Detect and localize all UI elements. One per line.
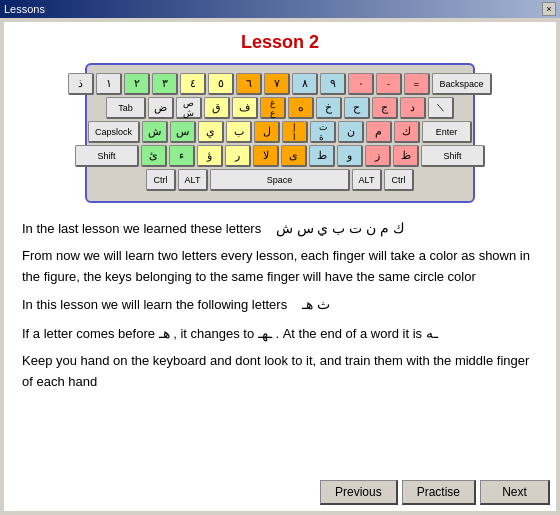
- key-equals[interactable]: =: [404, 73, 430, 95]
- key-3[interactable]: ٣: [152, 73, 178, 95]
- key-space[interactable]: Space: [210, 169, 350, 191]
- key-backspace[interactable]: Backspace: [432, 73, 492, 95]
- key-kaf[interactable]: ك: [394, 121, 420, 143]
- key-shift-left[interactable]: Shift: [75, 145, 139, 167]
- key-alef-maqsura[interactable]: ى: [281, 145, 307, 167]
- key-minus[interactable]: -: [376, 73, 402, 95]
- key-lam-alef[interactable]: لا: [253, 145, 279, 167]
- keyboard-container: ذ ١ ٢ ٣ ٤ ٥ ٦ ٧ ٨ ٩ ٠ - = Backspace Tab …: [85, 63, 475, 203]
- key-0[interactable]: ٠: [348, 73, 374, 95]
- key-jeem[interactable]: ج: [372, 97, 398, 119]
- text-line-4: If a letter comes before هـ , it changes…: [22, 322, 538, 345]
- keyboard-row-5: Ctrl ALT Space ALT Ctrl: [95, 169, 465, 191]
- key-dad[interactable]: ض: [148, 97, 174, 119]
- line2-text: From now we will learn two letters every…: [22, 248, 530, 284]
- key-2[interactable]: ٢: [124, 73, 150, 95]
- key-8[interactable]: ٨: [292, 73, 318, 95]
- text-line-5: Keep you hand on the keyboard and dont l…: [22, 351, 538, 393]
- key-ya-hamza[interactable]: ئ: [141, 145, 167, 167]
- key-ta-tmarb[interactable]: تة: [310, 121, 336, 143]
- key-ha[interactable]: ه: [288, 97, 314, 119]
- key-meem[interactable]: م: [366, 121, 392, 143]
- key-capslock[interactable]: Capslock: [88, 121, 140, 143]
- key-backslash[interactable]: ＼: [428, 97, 454, 119]
- key-dal[interactable]: د: [400, 97, 426, 119]
- key-shift-right[interactable]: Shift: [421, 145, 485, 167]
- lesson-text: In the last lesson we learned these lett…: [14, 217, 546, 393]
- key-tab[interactable]: Tab: [106, 97, 146, 119]
- key-waw-hamza[interactable]: ؤ: [197, 145, 223, 167]
- key-dhal[interactable]: ذ: [68, 73, 94, 95]
- key-5[interactable]: ٥: [208, 73, 234, 95]
- lesson-title: Lesson 2: [14, 32, 546, 53]
- line4-mid: , it changes to: [173, 326, 254, 341]
- key-ghain-ain[interactable]: غع: [260, 97, 286, 119]
- line1-arabic: ك م ن ت ب ي س ش: [276, 220, 405, 236]
- key-9[interactable]: ٩: [320, 73, 346, 95]
- key-waw[interactable]: و: [337, 145, 363, 167]
- line5-text: Keep you hand on the keyboard and dont l…: [22, 353, 529, 389]
- line4-arabic2: ـهـ: [258, 325, 272, 341]
- key-lam[interactable]: ل: [254, 121, 280, 143]
- key-ya[interactable]: ي: [198, 121, 224, 143]
- close-button[interactable]: ×: [542, 2, 556, 16]
- key-alt-left[interactable]: ALT: [178, 169, 208, 191]
- text-line-2: From now we will learn two letters every…: [22, 246, 538, 288]
- key-1[interactable]: ١: [96, 73, 122, 95]
- key-tta[interactable]: ط: [309, 145, 335, 167]
- key-dha[interactable]: ظ: [393, 145, 419, 167]
- line3-arabic: ث هـ: [302, 296, 330, 312]
- text-line-1: In the last lesson we learned these lett…: [22, 217, 538, 240]
- key-hamza[interactable]: ء: [169, 145, 195, 167]
- key-alt-right[interactable]: ALT: [352, 169, 382, 191]
- key-zay[interactable]: ز: [365, 145, 391, 167]
- keyboard-row-2: Tab ض صش ق ف غع ه خ ح ج د ＼: [95, 97, 465, 119]
- title-bar: Lessons ×: [0, 0, 560, 18]
- line1-prefix: In the last lesson we learned these lett…: [22, 221, 261, 236]
- key-shin[interactable]: ش: [142, 121, 168, 143]
- key-enter[interactable]: Enter: [422, 121, 472, 143]
- key-qaf[interactable]: ق: [204, 97, 230, 119]
- text-line-3: In this lesson we will learn the followi…: [22, 293, 538, 316]
- main-content: Lesson 2 ذ ١ ٢ ٣ ٤ ٥ ٦ ٧ ٨ ٩ ٠ - = Backs…: [4, 22, 556, 511]
- bottom-bar: Previous Practise Next: [320, 480, 550, 505]
- line4-prefix: If a letter comes before: [22, 326, 155, 341]
- key-4[interactable]: ٤: [180, 73, 206, 95]
- key-fa[interactable]: ف: [232, 97, 258, 119]
- previous-button[interactable]: Previous: [320, 480, 398, 505]
- keyboard-row-1: ذ ١ ٢ ٣ ٤ ٥ ٦ ٧ ٨ ٩ ٠ - = Backspace: [95, 73, 465, 95]
- key-nun[interactable]: ن: [338, 121, 364, 143]
- key-ra[interactable]: ر: [225, 145, 251, 167]
- keyboard-row-4: Shift ئ ء ؤ ر لا ى ط و ز ظ Shift: [95, 145, 465, 167]
- key-alef[interactable]: اأ: [282, 121, 308, 143]
- app-title: Lessons: [4, 3, 45, 15]
- key-hha[interactable]: ح: [344, 97, 370, 119]
- key-7[interactable]: ٧: [264, 73, 290, 95]
- key-ba[interactable]: ب: [226, 121, 252, 143]
- key-seen[interactable]: س: [170, 121, 196, 143]
- next-button[interactable]: Next: [480, 480, 550, 505]
- line4-arabic3: ـه: [426, 325, 438, 341]
- line4-arabic1: هـ: [159, 325, 170, 341]
- line4-suffix: . At the end of a word it is: [275, 326, 422, 341]
- key-6[interactable]: ٦: [236, 73, 262, 95]
- key-ctrl-left[interactable]: Ctrl: [146, 169, 176, 191]
- key-kha[interactable]: خ: [316, 97, 342, 119]
- line3-prefix: In this lesson we will learn the followi…: [22, 297, 287, 312]
- keyboard-row-3: Capslock ش س ي ب ل اأ تة ن م ك Enter: [95, 121, 465, 143]
- key-ctrl-right[interactable]: Ctrl: [384, 169, 414, 191]
- key-sad-shin[interactable]: صش: [176, 97, 202, 119]
- practise-button[interactable]: Practise: [402, 480, 476, 505]
